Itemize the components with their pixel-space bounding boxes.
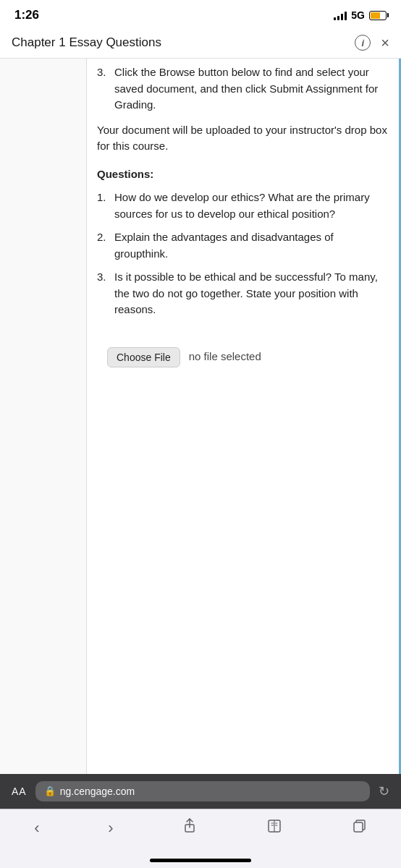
home-indicator-area	[0, 856, 401, 868]
browser-url: ng.cengage.com	[60, 786, 135, 797]
list-item: 3. Is it possible to be ethical and be s…	[97, 269, 389, 318]
list-item: 3. Click the Browse button below to find…	[97, 64, 389, 114]
main-content: 3. Click the Browse button below to find…	[0, 59, 401, 774]
browser-bar: AA 🔒 ng.cengage.com ↻	[0, 774, 401, 809]
bookmarks-button[interactable]	[258, 815, 291, 841]
status-bar: 1:26 5G	[0, 0, 401, 27]
upload-notice: Your document will be uploaded to your i…	[97, 122, 389, 155]
lock-icon: 🔒	[44, 786, 56, 796]
page-title: Chapter 1 Essay Questions	[12, 35, 161, 50]
questions-list: 1. How do we develop our ethics? What ar…	[97, 190, 389, 318]
header: Chapter 1 Essay Questions i ×	[0, 27, 401, 59]
nav-bar: ‹ ›	[0, 809, 401, 856]
content-column: 3. Click the Browse button below to find…	[87, 59, 401, 774]
step-number: 3.	[97, 64, 110, 114]
status-5g: 5G	[351, 9, 365, 21]
question-text: Is it possible to be ethical and be succ…	[114, 269, 389, 318]
svg-rect-8	[354, 822, 363, 832]
battery-fill	[371, 12, 380, 19]
question-number: 2.	[97, 229, 110, 262]
browser-aa-label[interactable]: AA	[12, 786, 27, 797]
share-icon	[182, 818, 198, 838]
back-button[interactable]: ‹	[25, 816, 48, 841]
header-icons: i ×	[355, 35, 389, 51]
step-text: Click the Browse button below to find an…	[114, 64, 389, 114]
file-status: no file selected	[189, 349, 261, 365]
steps-list: 3. Click the Browse button below to find…	[97, 64, 389, 114]
questions-header: Questions:	[97, 166, 389, 183]
status-time: 1:26	[14, 8, 39, 22]
tabs-icon	[351, 818, 367, 838]
status-right: 5G	[334, 9, 387, 21]
forward-button[interactable]: ›	[99, 816, 122, 841]
question-text: How do we develop our ethics? What are t…	[114, 190, 389, 222]
browser-url-wrap[interactable]: 🔒 ng.cengage.com	[35, 781, 370, 801]
signal-bars	[334, 10, 347, 20]
question-text: Explain the advantages and disadvantages…	[114, 229, 389, 262]
file-upload-area: Choose File no file selected	[97, 347, 389, 367]
bookmarks-icon	[266, 818, 282, 838]
info-icon[interactable]: i	[355, 35, 371, 51]
close-icon[interactable]: ×	[381, 35, 389, 50]
back-icon: ‹	[34, 819, 39, 838]
home-indicator	[150, 859, 251, 862]
left-sidebar	[0, 59, 87, 774]
question-number: 1.	[97, 190, 110, 222]
tabs-button[interactable]	[342, 815, 376, 841]
forward-icon: ›	[108, 819, 113, 838]
reload-icon[interactable]: ↻	[379, 783, 389, 799]
battery-icon	[369, 11, 387, 20]
list-item: 1. How do we develop our ethics? What ar…	[97, 190, 389, 222]
content-inner: 3. Click the Browse button below to find…	[87, 59, 399, 382]
list-item: 2. Explain the advantages and disadvanta…	[97, 229, 389, 262]
share-button[interactable]	[173, 815, 206, 841]
choose-file-button[interactable]: Choose File	[107, 347, 180, 367]
question-number: 3.	[97, 269, 110, 318]
